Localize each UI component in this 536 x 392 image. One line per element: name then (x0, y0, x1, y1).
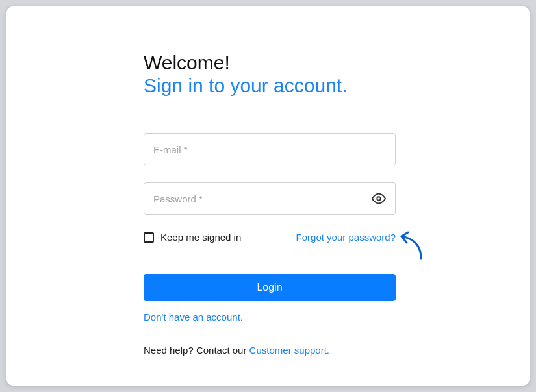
keep-signed-in-label: Keep me signed in (160, 232, 241, 243)
no-account-link[interactable]: Don't have an account. (144, 312, 243, 323)
help-text: Need help? Contact our Customer support. (144, 345, 396, 356)
customer-support-link[interactable]: Customer support. (249, 345, 329, 356)
options-row: Keep me signed in Forgot your password? (144, 232, 396, 243)
email-field[interactable] (153, 144, 386, 155)
arrow-annotation-icon (395, 227, 434, 266)
login-card: Welcome! Sign in to your account. Keep m… (6, 6, 530, 386)
eye-icon (372, 191, 386, 206)
password-field-wrapper (144, 182, 396, 215)
svg-point-0 (377, 197, 381, 201)
password-field[interactable] (153, 193, 372, 204)
checkbox-icon (144, 232, 154, 243)
email-field-wrapper (144, 133, 396, 165)
subtitle-heading: Sign in to your account. (144, 75, 396, 97)
keep-signed-in-checkbox[interactable]: Keep me signed in (144, 232, 241, 243)
welcome-heading: Welcome! (144, 52, 396, 75)
login-button[interactable]: Login (144, 274, 396, 301)
toggle-password-visibility-button[interactable] (372, 191, 386, 206)
help-prefix: Need help? Contact our (144, 345, 249, 356)
login-content: Welcome! Sign in to your account. Keep m… (144, 52, 396, 356)
forgot-password-link[interactable]: Forgot your password? (296, 232, 396, 243)
